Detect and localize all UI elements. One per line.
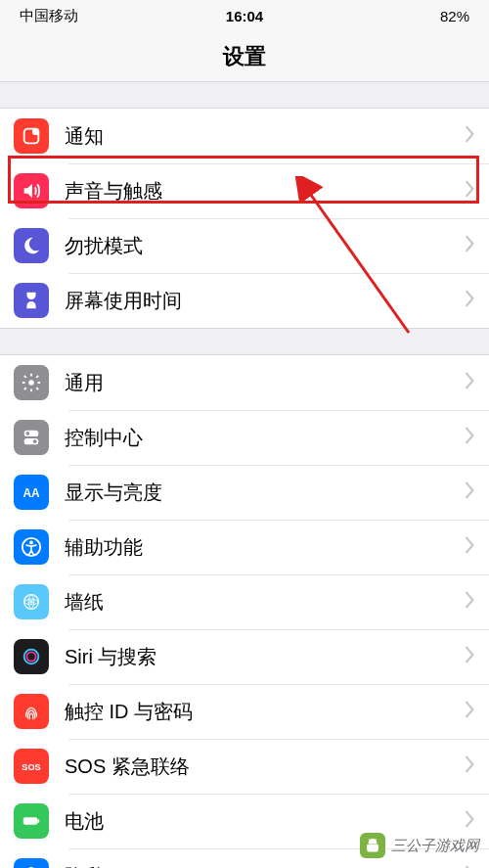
row-label: 屏幕使用时间 — [65, 288, 464, 314]
svg-point-13 — [26, 432, 30, 435]
clock-label: 16:04 — [226, 8, 263, 24]
accessibility-icon — [14, 529, 49, 565]
page-title: 设置 — [223, 42, 266, 71]
row-label: 触控 ID 与密码 — [65, 699, 464, 725]
row-touchid[interactable]: 触控 ID 与密码 — [0, 684, 489, 739]
row-sos[interactable]: SOS SOS 紧急联络 — [0, 739, 489, 794]
chevron-right-icon — [464, 755, 475, 777]
chevron-right-icon — [464, 125, 475, 147]
siri-icon — [14, 639, 49, 674]
row-label: Siri 与搜索 — [65, 644, 464, 670]
row-label: 通知 — [65, 123, 464, 150]
row-notifications[interactable]: 通知 — [0, 109, 489, 163]
row-general[interactable]: 通用 — [0, 355, 489, 410]
display-icon: AA — [14, 475, 49, 510]
row-label: 通用 — [65, 370, 464, 396]
row-label: 辅助功能 — [65, 534, 464, 561]
row-dnd[interactable]: 勿扰模式 — [0, 218, 489, 273]
chevron-right-icon — [464, 646, 475, 667]
screentime-icon — [14, 283, 49, 318]
chevron-right-icon — [464, 180, 475, 202]
chevron-right-icon — [464, 591, 475, 613]
watermark: 三公子游戏网 — [360, 833, 479, 858]
row-accessibility[interactable]: 辅助功能 — [0, 520, 489, 574]
row-controlcenter[interactable]: 控制中心 — [0, 410, 489, 465]
row-label: SOS 紧急联络 — [65, 754, 464, 780]
privacy-icon — [14, 858, 49, 868]
general-icon — [14, 365, 49, 400]
dnd-icon — [14, 228, 49, 263]
watermark-text: 三公子游戏网 — [391, 837, 479, 855]
svg-point-17 — [29, 541, 33, 545]
row-label: 控制中心 — [65, 425, 464, 451]
svg-point-19 — [29, 600, 33, 604]
sos-icon: SOS — [14, 749, 49, 784]
sounds-icon — [14, 173, 49, 208]
row-label: 显示与亮度 — [65, 480, 464, 506]
row-label: 隐私 — [65, 863, 464, 869]
chevron-right-icon — [464, 290, 475, 311]
chevron-right-icon — [464, 372, 475, 393]
chevron-right-icon — [464, 536, 475, 558]
svg-point-10 — [28, 380, 34, 386]
svg-rect-24 — [37, 819, 39, 823]
svg-point-21 — [26, 652, 35, 661]
settings-group-1: 通知 声音与触感 勿扰模式 屏幕使用时间 — [0, 108, 489, 329]
row-screentime[interactable]: 屏幕使用时间 — [0, 273, 489, 328]
notifications-icon — [14, 118, 49, 154]
row-wallpaper[interactable]: 墙纸 — [0, 574, 489, 629]
battery-settings-icon — [14, 803, 49, 839]
row-label: 墙纸 — [65, 589, 464, 616]
svg-text:SOS: SOS — [22, 762, 40, 772]
chevron-right-icon — [464, 235, 475, 256]
page-title-bar: 设置 — [0, 31, 489, 82]
touchid-icon — [14, 694, 49, 729]
svg-rect-23 — [23, 817, 38, 824]
wallpaper-icon — [14, 584, 49, 619]
controlcenter-icon — [14, 420, 49, 455]
watermark-android-icon — [360, 833, 385, 858]
svg-point-14 — [33, 439, 37, 443]
row-display[interactable]: AA 显示与亮度 — [0, 465, 489, 520]
status-bar: 中国移动 16:04 82% — [0, 0, 489, 31]
row-sounds[interactable]: 声音与触感 — [0, 163, 489, 218]
row-siri[interactable]: Siri 与搜索 — [0, 629, 489, 684]
settings-group-2: 通用 控制中心 AA 显示与亮度 辅助功能 墙纸 Siri 与搜索 — [0, 354, 489, 868]
svg-text:AA: AA — [22, 486, 40, 500]
chevron-right-icon — [464, 481, 475, 503]
chevron-right-icon — [464, 427, 475, 448]
row-label: 勿扰模式 — [65, 233, 464, 259]
row-label: 电池 — [65, 808, 464, 835]
row-label: 声音与触感 — [65, 178, 464, 205]
chevron-right-icon — [464, 810, 475, 832]
chevron-right-icon — [464, 701, 475, 722]
svg-point-9 — [32, 128, 39, 135]
